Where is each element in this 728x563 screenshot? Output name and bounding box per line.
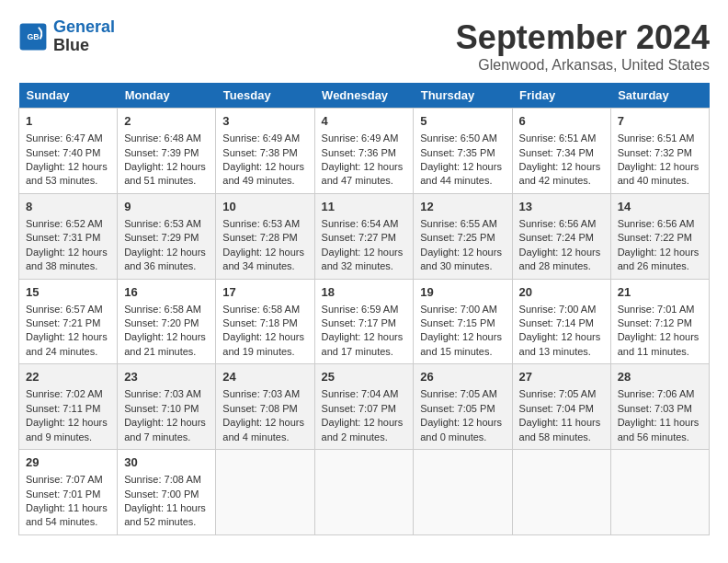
logo: GB General Blue — [18, 18, 115, 55]
day-info: Sunset: 7:15 PM — [420, 316, 505, 330]
calendar-week-2: 8Sunrise: 6:52 AMSunset: 7:31 PMDaylight… — [19, 193, 710, 279]
day-info: and 42 minutes. — [519, 174, 604, 188]
day-number: 16 — [124, 284, 209, 301]
calendar-cell: 25Sunrise: 7:04 AMSunset: 7:07 PMDayligh… — [314, 364, 414, 450]
day-info: Daylight: 12 hours — [322, 330, 407, 344]
calendar-week-1: 1Sunrise: 6:47 AMSunset: 7:40 PMDaylight… — [19, 109, 710, 194]
day-info: Daylight: 12 hours — [519, 330, 604, 344]
day-number: 7 — [618, 113, 702, 130]
day-number: 26 — [420, 369, 505, 385]
calendar-cell: 1Sunrise: 6:47 AMSunset: 7:40 PMDaylight… — [19, 109, 118, 194]
day-number: 5 — [420, 113, 505, 130]
day-info: and 13 minutes. — [519, 345, 604, 359]
day-info: Sunset: 7:32 PM — [618, 146, 702, 160]
day-info: and 17 minutes. — [322, 345, 407, 359]
col-sunday: Sunday — [19, 83, 118, 109]
day-info: Sunset: 7:12 PM — [618, 316, 702, 330]
day-info: Sunset: 7:03 PM — [618, 402, 702, 416]
day-info: Sunset: 7:31 PM — [26, 231, 110, 245]
day-info: Daylight: 12 hours — [519, 246, 604, 259]
day-info: and 19 minutes. — [222, 345, 307, 359]
calendar-cell: 21Sunrise: 7:01 AMSunset: 7:12 PMDayligh… — [610, 279, 709, 364]
day-info: Daylight: 12 hours — [124, 416, 209, 430]
day-number: 13 — [519, 199, 604, 215]
day-info: Sunset: 7:05 PM — [420, 402, 505, 416]
day-info: Sunrise: 6:58 AM — [124, 303, 209, 316]
calendar-cell: 22Sunrise: 7:02 AMSunset: 7:11 PMDayligh… — [19, 364, 118, 450]
day-info: and 11 minutes. — [618, 345, 702, 359]
logo-text: General Blue — [53, 18, 115, 55]
day-info: Sunrise: 6:54 AM — [322, 217, 407, 231]
logo-line2: Blue — [53, 37, 115, 55]
day-info: Daylight: 11 hours — [519, 416, 604, 430]
day-info: Daylight: 12 hours — [124, 330, 209, 344]
calendar-cell — [610, 450, 709, 535]
col-tuesday: Tuesday — [216, 83, 314, 109]
day-info: and 36 minutes. — [124, 259, 209, 273]
calendar-cell: 18Sunrise: 6:59 AMSunset: 7:17 PMDayligh… — [314, 279, 414, 364]
calendar-cell: 12Sunrise: 6:55 AMSunset: 7:25 PMDayligh… — [414, 193, 512, 279]
day-info: Sunrise: 6:49 AM — [222, 132, 307, 145]
day-info: and 28 minutes. — [519, 259, 604, 273]
day-info: Sunset: 7:04 PM — [519, 402, 604, 416]
day-info: and 26 minutes. — [618, 259, 702, 273]
day-number: 21 — [618, 284, 702, 301]
day-info: and 53 minutes. — [26, 174, 110, 188]
svg-text:GB: GB — [27, 32, 39, 41]
logo-line1: General — [53, 17, 115, 36]
day-info: Daylight: 11 hours — [618, 416, 702, 430]
day-info: Sunrise: 7:00 AM — [420, 303, 505, 316]
day-number: 23 — [124, 369, 209, 385]
day-info: and 56 minutes. — [618, 431, 702, 444]
day-info: Daylight: 12 hours — [322, 416, 407, 430]
calendar-cell: 27Sunrise: 7:05 AMSunset: 7:04 PMDayligh… — [512, 364, 610, 450]
day-number: 11 — [322, 199, 407, 215]
calendar-cell: 2Sunrise: 6:48 AMSunset: 7:39 PMDaylight… — [118, 109, 216, 194]
day-info: Daylight: 12 hours — [124, 246, 209, 259]
calendar-week-5: 29Sunrise: 7:07 AMSunset: 7:01 PMDayligh… — [19, 450, 710, 535]
day-info: Sunset: 7:14 PM — [519, 316, 604, 330]
day-info: Sunrise: 6:52 AM — [26, 217, 110, 231]
calendar-cell: 14Sunrise: 6:56 AMSunset: 7:22 PMDayligh… — [610, 193, 709, 279]
day-info: Daylight: 12 hours — [420, 416, 505, 430]
day-info: Sunset: 7:25 PM — [420, 231, 505, 245]
calendar-cell — [512, 450, 610, 535]
day-info: Daylight: 12 hours — [124, 160, 209, 174]
day-info: Sunrise: 7:05 AM — [519, 387, 604, 401]
day-info: Daylight: 11 hours — [26, 501, 110, 515]
calendar-week-4: 22Sunrise: 7:02 AMSunset: 7:11 PMDayligh… — [19, 364, 710, 450]
day-number: 6 — [519, 113, 604, 130]
day-info: Sunset: 7:20 PM — [124, 316, 209, 330]
day-info: Sunset: 7:08 PM — [222, 402, 307, 416]
calendar-cell: 26Sunrise: 7:05 AMSunset: 7:05 PMDayligh… — [414, 364, 512, 450]
day-info: Sunset: 7:01 PM — [26, 488, 110, 501]
day-info: Sunrise: 7:08 AM — [124, 473, 209, 487]
day-info: Sunset: 7:27 PM — [322, 231, 407, 245]
calendar-cell: 15Sunrise: 6:57 AMSunset: 7:21 PMDayligh… — [19, 279, 118, 364]
col-monday: Monday — [118, 83, 216, 109]
day-number: 29 — [26, 454, 110, 471]
day-info: Sunset: 7:28 PM — [222, 231, 307, 245]
day-info: Sunset: 7:24 PM — [519, 231, 604, 245]
calendar-cell: 29Sunrise: 7:07 AMSunset: 7:01 PMDayligh… — [19, 450, 118, 535]
day-number: 20 — [519, 284, 604, 301]
day-info: Daylight: 12 hours — [519, 160, 604, 174]
day-number: 9 — [124, 199, 209, 215]
calendar-cell: 16Sunrise: 6:58 AMSunset: 7:20 PMDayligh… — [118, 279, 216, 364]
day-info: Daylight: 12 hours — [420, 160, 505, 174]
day-info: Daylight: 12 hours — [420, 330, 505, 344]
day-info: Daylight: 12 hours — [222, 330, 307, 344]
day-number: 19 — [420, 284, 505, 301]
day-info: Sunrise: 7:02 AM — [26, 387, 110, 401]
day-info: Sunrise: 7:00 AM — [519, 303, 604, 316]
day-info: Sunset: 7:38 PM — [222, 146, 307, 160]
calendar-table: Sunday Monday Tuesday Wednesday Thursday… — [18, 83, 710, 535]
day-number: 22 — [26, 369, 110, 385]
day-number: 28 — [618, 369, 702, 385]
day-info: and 0 minutes. — [420, 431, 505, 444]
calendar-cell: 28Sunrise: 7:06 AMSunset: 7:03 PMDayligh… — [610, 364, 709, 450]
day-info: and 51 minutes. — [124, 174, 209, 188]
day-number: 25 — [322, 369, 407, 385]
day-info: Daylight: 12 hours — [26, 160, 110, 174]
day-number: 24 — [222, 369, 307, 385]
